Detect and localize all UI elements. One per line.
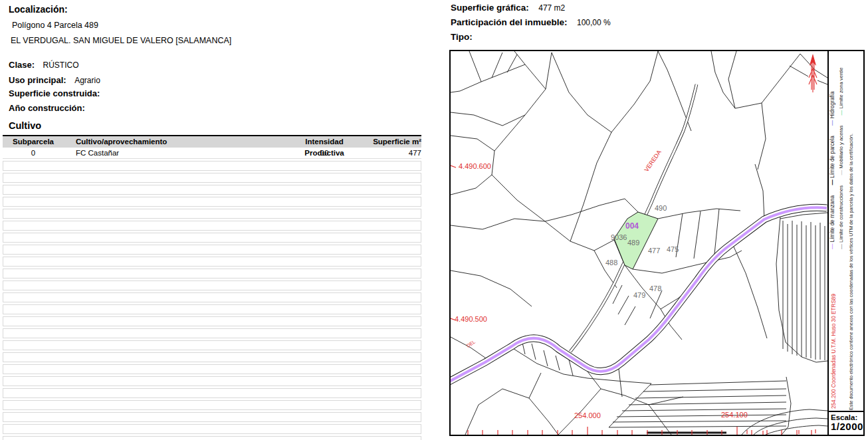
localizacion-heading: Localización: [9,4,68,15]
scale-value: 1/2000 [831,421,863,431]
ano-construccion-label: Año construcción: [9,103,85,113]
cultivo-empty-row [3,292,421,302]
cultivo-empty-row [3,221,421,231]
address-line-1: Polígono 4 Parcela 489 [12,21,98,30]
col-subparcela: Subparcela [3,136,64,148]
uso-value: Agrario [74,76,100,85]
superficie-grafica-row: Superficie gráfica: 477 m2 [451,1,565,13]
clase-value: RÚSTICO [43,60,78,70]
superficie-construida-label: Superficie construida: [9,88,100,98]
cultivo-empty-row [3,364,421,374]
cultivo-empty-row [3,412,421,422]
cultivo-empty-row [3,269,421,278]
cultivo-empty-row [3,340,421,350]
construcciones-dash-icon: — [838,244,844,249]
cultivo-empty-row [3,376,421,386]
cultivo-empty-row [3,233,421,243]
grid-label-4490500: 4.490.500 [455,315,487,323]
parcel-label-478: 478 [649,284,661,292]
parcel-label-488: 488 [605,259,617,267]
cultivo-empty-row [3,400,421,410]
cultivo-empty-row [3,197,421,207]
legend-limite-parcela: Límite de parcela [829,136,835,178]
manzana-dash-icon: — [829,244,835,249]
parcel-label-9036: 9036 [611,233,627,241]
cultivo-empty-row [3,304,421,314]
grid-label-254100: 254.100 [721,411,748,419]
participacion-value: 100,00 % [577,18,611,27]
north-arrow-icon [809,55,817,92]
hidrografia-dash-icon: — [829,120,835,126]
cultivo-empty-row [3,316,421,326]
tipo-label: Tipo: [451,32,473,42]
grid-ticks [451,165,815,435]
clase-row: Clase: RÚSTICO [9,58,78,70]
address-line-2: EL VERDUGAL. SAN MIGUEL DE VALERO [SALAM… [11,36,231,45]
tipo-row: Tipo: [451,31,473,43]
grid-label-4490600: 4.490.600 [459,162,491,170]
cadastral-map: 490 004 9036 489 477 475 488 478 479 4.4… [451,51,827,435]
cultivo-empty-row [3,280,421,290]
legend-limite-manzana: Límite de manzana [829,195,835,243]
parcel-label-004: 004 [625,221,639,231]
cultivo-heading: Cultivo [9,120,41,131]
zona-verde-dash-icon: — [838,110,844,116]
parcela-dash-icon: — [829,179,835,185]
cultivo-empty-row [3,352,421,362]
col-cultivo: Cultivo/aprovechamiento [64,136,285,148]
col-intensidad: Intensidad Productiva [285,136,364,148]
legend-utm-coords: 254.200 Coordenadas U.T.M. Huso 30 ETRS8… [831,257,837,409]
mobiliario-dash-icon: — [838,170,844,175]
cultivo-empty-row [3,173,421,183]
uso-row: Uso principal: Agrario [9,74,100,86]
cultivo-table: Subparcela Cultivo/aprovechamiento Inten… [3,135,421,440]
legend-mobiliario-aceras: Mobiliario y aceras [838,126,844,169]
parcel-label-479: 479 [633,291,645,299]
uso-label: Uso principal: [9,75,66,85]
participacion-label: Participación del inmueble: [451,17,568,27]
cell-cultivo: FC Castañar [64,148,285,158]
scale-box: Escala: 1/2000 [829,411,863,435]
legend-hidrografia: Hidrografía [829,91,835,118]
participacion-row: Participación del inmueble: 100,00 % [451,16,611,28]
grid-label-254000: 254.000 [574,411,601,419]
cadastral-report-page: Localización: Polígono 4 Parcela 489 EL … [0,0,868,440]
legend-limite-zona-verde: Límite zona verde [838,68,844,109]
legend-disclaimer: Este documento electrónico contiene anex… [849,55,853,410]
parcel-label-490: 490 [655,204,667,212]
legend-line-2: — Límite de construcciones — Mobiliario … [839,55,844,249]
cultivo-empty-row [3,328,421,338]
road-label-vereda: VEREDA [643,149,662,173]
cultivo-empty-row [3,185,421,195]
legend-limite-construcciones: Límite de construcciones [838,185,844,243]
cultivo-table-row: 0 FC Castañar 00 477 [3,148,421,159]
map-frame: 490 004 9036 489 477 475 488 478 479 4.4… [449,50,865,436]
cultivo-empty-row [3,209,421,219]
cultivo-empty-row [3,424,421,434]
cell-subparcela: 0 [3,148,64,158]
parcel-label-475: 475 [667,245,679,253]
map-legend: — Límite de manzana — Límite de parcela … [827,51,863,435]
superficie-grafica-label: Superficie gráfica: [451,3,529,13]
cultivo-empty-row [3,245,421,255]
superficie-grafica-value: 477 m2 [538,3,565,13]
cultivo-empty-row [3,388,421,398]
col-superficie: Superficie m² [364,136,421,148]
cell-intensidad: 00 [285,148,364,158]
cell-superficie: 477 [364,148,421,158]
cultivo-empty-row [3,161,421,171]
clase-label: Clase: [9,60,35,70]
road-label-del: DEL [466,340,476,348]
parcel-label-477: 477 [648,247,660,255]
cultivo-empty-row [3,436,421,440]
parcel-label-489: 489 [627,239,639,247]
cultivo-table-header: Subparcela Cultivo/aprovechamiento Inten… [3,135,421,148]
legend-line-1: — Límite de manzana — Límite de parcela … [829,55,835,249]
cultivo-empty-rows [3,161,421,440]
cultivo-empty-row [3,257,421,267]
